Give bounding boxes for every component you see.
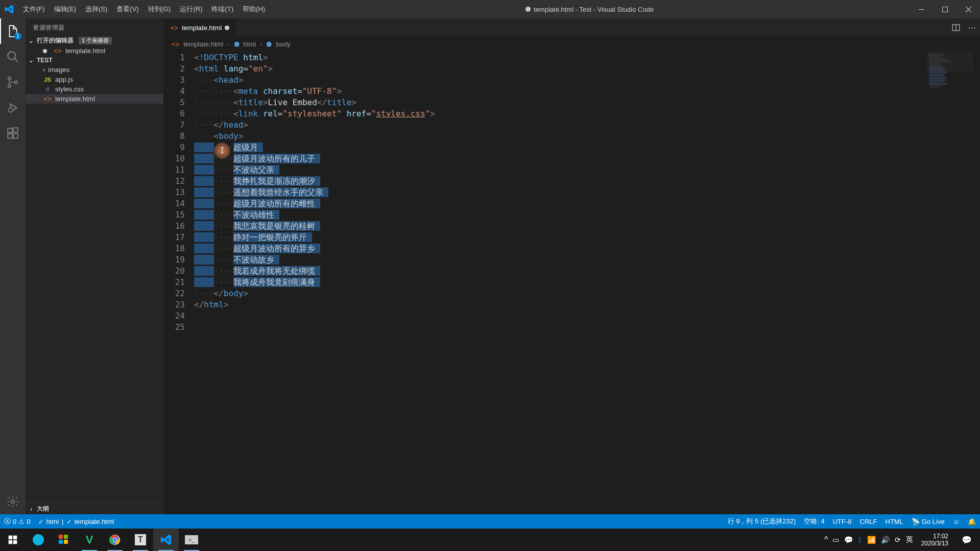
file-name: template.html [55, 95, 95, 103]
status-encoding[interactable]: UTF-8 [829, 514, 856, 529]
svg-rect-0 [919, 9, 924, 10]
start-button[interactable] [0, 529, 26, 551]
close-button[interactable] [957, 0, 980, 18]
svg-rect-1 [942, 7, 947, 12]
svg-rect-14 [9, 536, 13, 540]
tab-template[interactable]: <> template.html [163, 18, 236, 37]
bluetooth-icon[interactable]: ᛒ [858, 536, 862, 544]
taskbar-app-2[interactable] [51, 529, 77, 551]
menu-view[interactable]: 查看(V) [112, 5, 143, 14]
menu-edit[interactable]: 编辑(E) [50, 5, 81, 14]
notifications-icon[interactable]: 💬 [957, 535, 977, 545]
svg-point-2 [8, 52, 15, 59]
js-file-icon: JS [43, 77, 52, 83]
svg-rect-8 [8, 134, 12, 138]
folder-item[interactable]: › images [26, 65, 163, 75]
open-editor-item[interactable]: <> template.html [26, 46, 163, 56]
status-golive[interactable]: 📡Go Live [907, 514, 949, 529]
svg-point-11 [11, 500, 15, 504]
file-item-html[interactable]: <> template.html [26, 94, 163, 104]
status-problems[interactable]: ⓧ0 ⚠0 [0, 514, 34, 529]
chevron-right-icon: › [43, 66, 45, 74]
svg-rect-10 [13, 128, 18, 132]
chevron-right-icon: › [227, 40, 229, 48]
html-file-icon: <> [53, 47, 62, 55]
file-name: styles.css [55, 85, 84, 93]
title-text: template.html - Test - Visual Studio Cod… [534, 6, 654, 13]
split-editor-icon[interactable] [951, 23, 961, 32]
folder-name: images [48, 66, 69, 74]
menu-help[interactable]: 帮助(H) [238, 5, 270, 14]
wechat-icon[interactable]: 💬 [844, 536, 853, 544]
smiley-icon: ☺ [953, 518, 960, 525]
breadcrumb-html[interactable]: html [244, 40, 256, 48]
activity-extensions[interactable] [0, 121, 26, 146]
code-editor[interactable]: 1234567891011121314151617181920212223242… [163, 51, 980, 514]
activity-scm[interactable] [0, 69, 26, 95]
tag-icon: ⬢ [234, 40, 240, 48]
workspace-name: TEST [37, 57, 53, 64]
chevron-right-icon: › [260, 40, 262, 48]
golive-label: Go Live [922, 518, 945, 525]
open-editors-header[interactable]: ⌄ 打开的编辑器 1 个未保存 [26, 35, 163, 46]
file-item-js[interactable]: JS app.js [26, 75, 163, 84]
more-actions-icon[interactable]: ⋯ [968, 23, 976, 33]
open-editors-label: 打开的编辑器 [37, 36, 74, 45]
status-bell[interactable]: 🔔 [964, 514, 980, 529]
broadcast-icon: 📡 [912, 518, 920, 525]
taskbar-app-7[interactable]: >_ [179, 529, 204, 551]
status-feedback[interactable]: ☺ [949, 514, 964, 529]
status-language[interactable]: HTML [881, 514, 907, 529]
status-cursor[interactable]: 行 9，列 5 (已选择232) [724, 514, 800, 529]
workspace-header[interactable]: ⌄ TEST [26, 56, 163, 65]
breadcrumb-body[interactable]: body [276, 40, 290, 48]
activity-search[interactable] [0, 44, 26, 69]
unsaved-badge: 1 个未保存 [79, 37, 112, 44]
maximize-button[interactable] [933, 0, 957, 18]
status-spaces[interactable]: 空格: 4 [800, 514, 828, 529]
menu-goto[interactable]: 转到(G) [144, 5, 176, 14]
taskbar-app-3[interactable]: V [77, 529, 102, 551]
taskbar-app-5[interactable]: T [128, 529, 153, 551]
ime-indicator[interactable]: 英 [906, 535, 913, 544]
battery-icon[interactable]: ▭ [832, 536, 839, 544]
taskbar-chrome[interactable] [102, 529, 128, 551]
menu-file[interactable]: 文件(F) [18, 5, 50, 14]
svg-rect-19 [64, 535, 68, 539]
css-file-icon: # [43, 85, 52, 93]
outline-label: 大纲 [37, 505, 49, 513]
breadcrumb-file[interactable]: template.html [183, 40, 223, 48]
outline-header[interactable]: › 大纲 [26, 503, 163, 514]
wifi-icon[interactable]: 📶 [867, 536, 876, 544]
tabbar: <> template.html ⋯ [163, 18, 980, 37]
taskbar-vscode[interactable] [153, 529, 179, 551]
sync-icon[interactable]: ⟳ [895, 536, 901, 544]
minimap[interactable] [927, 51, 973, 514]
file-item-css[interactable]: # styles.css [26, 84, 163, 94]
menu-terminal[interactable]: 终端(T) [207, 5, 238, 14]
menu-run[interactable]: 运行(R) [175, 5, 207, 14]
activity-settings[interactable] [0, 489, 26, 514]
svg-rect-17 [13, 540, 17, 544]
svg-rect-21 [64, 540, 68, 544]
minimize-button[interactable] [910, 0, 933, 18]
window-title: template.html - Test - Visual Studio Cod… [270, 6, 910, 13]
clock[interactable]: 17:02 2020/3/13 [917, 533, 952, 547]
bell-icon: 🔔 [968, 518, 976, 525]
volume-icon[interactable]: 🔊 [881, 536, 890, 544]
check-icon: ✓ [66, 518, 72, 525]
breadcrumb[interactable]: <> template.html › ⬢ html › ⬢ body [163, 37, 980, 51]
status-eol[interactable]: CRLF [856, 514, 881, 529]
taskbar-app-1[interactable] [26, 529, 51, 551]
svg-rect-18 [59, 535, 63, 539]
activity-debug[interactable] [0, 95, 26, 121]
warning-icon: ⚠ [18, 518, 25, 525]
code-content[interactable]: I <!DOCTYPE html><html lang="en">····<he… [194, 51, 980, 514]
html-file-icon: <> [170, 24, 179, 32]
open-editor-name: template.html [65, 47, 105, 55]
status-check-html[interactable]: ✓html | ✓template.html [34, 514, 118, 529]
tray-chevron-icon[interactable]: ^ [824, 535, 828, 544]
activity-explorer[interactable]: 1 [0, 18, 26, 44]
menu-select[interactable]: 选择(S) [81, 5, 112, 14]
html-file-icon: <> [43, 95, 52, 103]
